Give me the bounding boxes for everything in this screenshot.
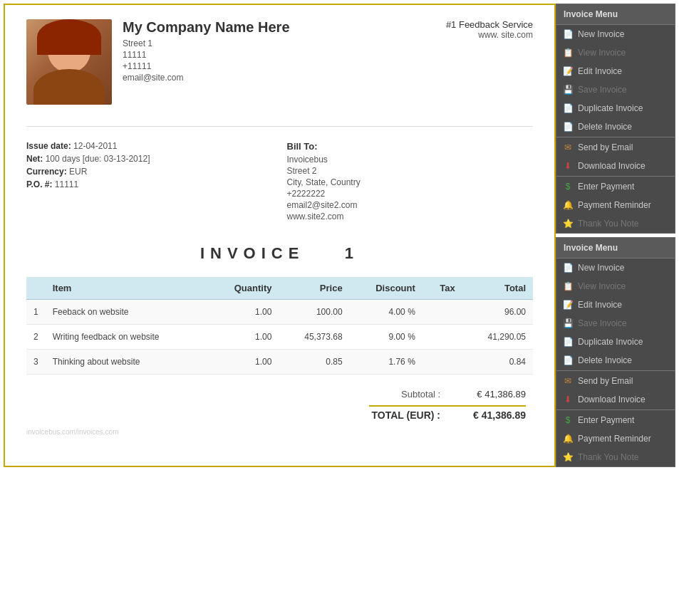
sidebar-item-new-invoice[interactable]: 📄New Invoice <box>556 25 675 43</box>
net-row: Net: 100 days [due: 03-13-2012] <box>26 154 273 164</box>
icon-download-invoice-2: ⬇ <box>562 394 574 405</box>
menu-separator-5 <box>556 137 675 137</box>
sidebar-item-view-invoice-2: 📋View Invoice <box>556 277 675 296</box>
net-label: Net: <box>26 154 43 164</box>
label-view-invoice: View Invoice <box>578 48 626 58</box>
bill-to-label: Bill To: <box>287 141 534 152</box>
sidebar-item-download-invoice[interactable]: ⬇Download Invoice <box>556 157 675 175</box>
row-quantity: 1.00 <box>209 350 279 375</box>
invoice-table: Item Quantity Price Discount Tax Total 1… <box>26 277 533 375</box>
icon-thank-you-note-2: ⭐ <box>562 451 574 463</box>
table-row: 2Writing feedback on website1.0045,373.6… <box>26 325 533 350</box>
menu-separator-5 <box>556 370 675 371</box>
company-phone: +11111 <box>123 61 446 71</box>
icon-new-invoice-2: 📄 <box>562 262 574 273</box>
bill-to-section: Bill To: Invoicebus Street 2 City, State… <box>287 141 534 223</box>
sidebar-top-title: Invoice Menu <box>556 4 675 25</box>
invoice-meta-left: Issue date: 12-04-2011 Net: 100 days [du… <box>26 141 273 223</box>
icon-send-email-2: ✉ <box>562 375 574 387</box>
icon-save-invoice-2: 💾 <box>562 318 574 329</box>
row-price: 0.85 <box>279 350 349 375</box>
bill-to-company: Invoicebus <box>287 155 534 165</box>
company-tagline-text: #1 Feedback Service <box>446 19 533 30</box>
icon-duplicate-invoice-2: 📄 <box>562 336 574 348</box>
sidebar-item-send-email[interactable]: ✉Send by Email <box>556 138 675 157</box>
row-tax <box>423 300 462 325</box>
col-total-header: Total <box>462 277 533 300</box>
label-payment-reminder: Payment Reminder <box>578 200 651 210</box>
col-quantity-header: Quantity <box>209 277 279 300</box>
row-price: 45,373.68 <box>279 325 349 350</box>
sidebar-item-save-invoice: 💾Save Invoice <box>556 80 675 99</box>
icon-edit-invoice-2: 📝 <box>562 299 574 310</box>
row-quantity: 1.00 <box>209 325 279 350</box>
po-label: P.O. #: <box>26 179 52 189</box>
bill-to-website: www.site2.com <box>287 212 534 221</box>
col-num-header <box>26 277 46 300</box>
bill-to-email: email2@site2.com <box>287 200 534 210</box>
company-header: My Company Name Here Street 1 11111 +111… <box>26 19 533 105</box>
sidebar-item-enter-payment[interactable]: $Enter Payment <box>556 177 675 196</box>
currency-row: Currency: EUR <box>26 167 273 177</box>
menu-separator-7 <box>556 176 675 177</box>
sidebar-item-delete-invoice-2[interactable]: 📄Delete Invoice <box>556 351 675 370</box>
sidebar-item-payment-reminder-2[interactable]: 🔔Payment Reminder <box>556 429 675 448</box>
sidebar-item-delete-invoice[interactable]: 📄Delete Invoice <box>556 118 675 136</box>
label-download-invoice-2: Download Invoice <box>578 395 646 404</box>
issue-date-label: Issue date: <box>26 141 71 151</box>
sidebar-item-view-invoice: 📋View Invoice <box>556 43 675 62</box>
icon-view-invoice-2: 📋 <box>562 281 574 292</box>
col-price-header: Price <box>279 277 349 300</box>
label-payment-reminder-2: Payment Reminder <box>578 434 651 444</box>
row-item: Feeback on website <box>46 300 209 325</box>
sidebar-item-new-invoice-2[interactable]: 📄New Invoice <box>556 259 675 277</box>
sidebar-item-duplicate-invoice[interactable]: 📄Duplicate Invoice <box>556 99 675 118</box>
label-new-invoice-2: New Invoice <box>578 263 624 273</box>
row-total: 96.00 <box>462 300 533 325</box>
label-view-invoice-2: View Invoice <box>578 281 626 291</box>
issue-date-value: 12-04-2011 <box>73 141 117 151</box>
row-num: 1 <box>26 300 46 325</box>
sidebar-bottom: Invoice Menu 📄New Invoice📋View Invoice📝E… <box>556 237 675 467</box>
company-street: Street 1 <box>123 38 446 48</box>
row-total: 0.84 <box>462 350 533 375</box>
row-num: 3 <box>26 350 46 375</box>
sidebar-item-payment-reminder[interactable]: 🔔Payment Reminder <box>556 196 675 214</box>
table-row: 1Feeback on website1.00100.004.00 %96.00 <box>26 300 533 325</box>
invoice-totals: Subtotal : € 41,386.89 TOTAL (EUR) : € 4… <box>26 389 533 421</box>
label-save-invoice-2: Save Invoice <box>578 318 627 328</box>
sidebar-item-send-email-2[interactable]: ✉Send by Email <box>556 372 675 390</box>
label-send-email: Send by Email <box>578 142 633 152</box>
po-value: 11111 <box>55 179 78 189</box>
currency-value: EUR <box>69 167 87 177</box>
subtotal-value: € 41,386.89 <box>455 389 526 400</box>
company-tagline: #1 Feedback Service www. site.com <box>446 19 533 40</box>
total-label: TOTAL (EUR) : <box>369 409 440 421</box>
label-enter-payment: Enter Payment <box>578 182 634 192</box>
row-tax <box>423 325 462 350</box>
label-send-email-2: Send by Email <box>578 376 633 386</box>
sidebar-item-edit-invoice-2[interactable]: 📝Edit Invoice <box>556 296 675 314</box>
sidebar-bottom-title: Invoice Menu <box>556 238 675 259</box>
company-name: My Company Name Here <box>123 19 446 36</box>
sidebar-item-download-invoice-2[interactable]: ⬇Download Invoice <box>556 390 675 409</box>
icon-thank-you-note: ⭐ <box>562 218 574 229</box>
table-row: 3Thinking about website1.000.851.76 %0.8… <box>26 350 533 375</box>
row-tax <box>423 350 462 375</box>
icon-payment-reminder: 🔔 <box>562 199 574 211</box>
sidebar-item-thank-you-note: ⭐Thank You Note <box>556 214 675 233</box>
company-email: email@site.com <box>123 73 446 83</box>
sidebar-item-enter-payment-2[interactable]: $Enter Payment <box>556 411 675 429</box>
icon-send-email: ✉ <box>562 142 574 153</box>
row-discount: 1.76 % <box>350 350 423 375</box>
label-duplicate-invoice: Duplicate Invoice <box>578 103 643 113</box>
icon-enter-payment-2: $ <box>562 414 574 426</box>
subtotal-row: Subtotal : € 41,386.89 <box>369 389 526 400</box>
row-quantity: 1.00 <box>209 300 279 325</box>
icon-delete-invoice-2: 📄 <box>562 355 574 366</box>
label-duplicate-invoice-2: Duplicate Invoice <box>578 337 643 347</box>
row-num: 2 <box>26 325 46 350</box>
sidebar-item-duplicate-invoice-2[interactable]: 📄Duplicate Invoice <box>556 333 675 351</box>
sidebar-item-edit-invoice[interactable]: 📝Edit Invoice <box>556 62 675 80</box>
col-item-header: Item <box>46 277 209 300</box>
